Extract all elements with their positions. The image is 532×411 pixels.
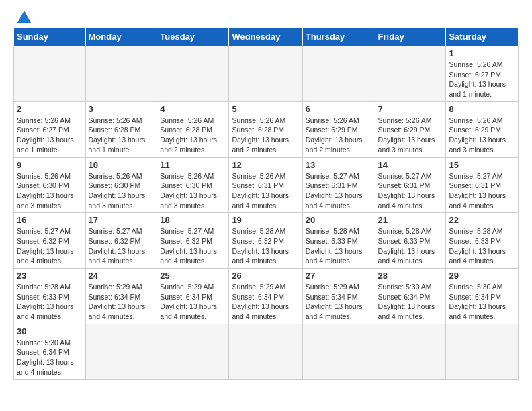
day-info: Sunrise: 5:27 AM Sunset: 6:32 PM Dayligh…	[89, 226, 154, 266]
day-info: Sunrise: 5:29 AM Sunset: 6:34 PM Dayligh…	[306, 282, 372, 322]
calendar-day-cell: 20Sunrise: 5:28 AM Sunset: 6:33 PM Dayli…	[302, 213, 375, 269]
calendar-day-cell: 3Sunrise: 5:26 AM Sunset: 6:28 PM Daylig…	[85, 101, 157, 157]
day-number: 1	[449, 48, 515, 58]
calendar-week-row: 16Sunrise: 5:27 AM Sunset: 6:32 PM Dayli…	[14, 213, 519, 269]
day-info: Sunrise: 5:26 AM Sunset: 6:28 PM Dayligh…	[232, 116, 299, 155]
calendar-day-cell	[229, 46, 302, 102]
calendar-day-cell: 1Sunrise: 5:26 AM Sunset: 6:27 PM Daylig…	[446, 46, 519, 102]
calendar-day-cell: 24Sunrise: 5:29 AM Sunset: 6:34 PM Dayli…	[85, 269, 157, 324]
logo-triangle-icon	[17, 11, 31, 23]
calendar-day-cell: 15Sunrise: 5:27 AM Sunset: 6:31 PM Dayli…	[446, 157, 519, 213]
calendar-day-cell: 27Sunrise: 5:29 AM Sunset: 6:34 PM Dayli…	[302, 269, 375, 324]
day-info: Sunrise: 5:27 AM Sunset: 6:32 PM Dayligh…	[160, 226, 226, 266]
calendar-day-cell	[85, 46, 157, 102]
calendar-day-cell: 2Sunrise: 5:26 AM Sunset: 6:27 PM Daylig…	[14, 101, 86, 157]
calendar-day-cell: 8Sunrise: 5:26 AM Sunset: 6:29 PM Daylig…	[446, 101, 519, 157]
calendar-day-cell: 16Sunrise: 5:27 AM Sunset: 6:32 PM Dayli…	[14, 213, 86, 269]
calendar-day-cell	[229, 324, 302, 379]
calendar-day-cell	[375, 46, 446, 102]
weekday-header-row: SundayMondayTuesdayWednesdayThursdayFrid…	[14, 28, 519, 46]
day-info: Sunrise: 5:27 AM Sunset: 6:31 PM Dayligh…	[449, 171, 515, 211]
day-info: Sunrise: 5:29 AM Sunset: 6:34 PM Dayligh…	[232, 282, 299, 322]
calendar-day-cell: 5Sunrise: 5:26 AM Sunset: 6:28 PM Daylig…	[229, 101, 302, 157]
day-info: Sunrise: 5:26 AM Sunset: 6:29 PM Dayligh…	[378, 116, 443, 155]
calendar-day-cell	[157, 46, 229, 102]
calendar-day-cell: 6Sunrise: 5:26 AM Sunset: 6:29 PM Daylig…	[302, 101, 375, 157]
day-number: 26	[232, 271, 299, 281]
calendar-day-cell: 11Sunrise: 5:26 AM Sunset: 6:30 PM Dayli…	[157, 157, 229, 213]
calendar-day-cell: 22Sunrise: 5:28 AM Sunset: 6:33 PM Dayli…	[446, 213, 519, 269]
day-info: Sunrise: 5:28 AM Sunset: 6:33 PM Dayligh…	[378, 226, 443, 266]
day-number: 27	[306, 271, 372, 281]
day-info: Sunrise: 5:29 AM Sunset: 6:34 PM Dayligh…	[160, 282, 226, 322]
day-number: 15	[449, 160, 515, 170]
logo	[13, 11, 31, 23]
calendar-day-cell	[157, 324, 229, 379]
day-info: Sunrise: 5:27 AM Sunset: 6:31 PM Dayligh…	[306, 171, 372, 211]
day-number: 3	[89, 104, 154, 114]
day-number: 5	[232, 104, 299, 114]
day-number: 24	[89, 271, 154, 281]
calendar-day-cell: 21Sunrise: 5:28 AM Sunset: 6:33 PM Dayli…	[375, 213, 446, 269]
calendar-day-cell	[14, 46, 86, 102]
day-info: Sunrise: 5:27 AM Sunset: 6:31 PM Dayligh…	[378, 171, 443, 211]
calendar-day-cell: 12Sunrise: 5:26 AM Sunset: 6:31 PM Dayli…	[229, 157, 302, 213]
day-number: 8	[449, 104, 515, 114]
calendar-day-cell	[302, 46, 375, 102]
day-number: 6	[306, 104, 372, 114]
calendar: SundayMondayTuesdayWednesdayThursdayFrid…	[13, 27, 519, 380]
day-number: 29	[449, 271, 515, 281]
day-number: 21	[378, 215, 443, 225]
day-info: Sunrise: 5:26 AM Sunset: 6:30 PM Dayligh…	[89, 171, 154, 211]
weekday-header-cell: Sunday	[14, 28, 86, 46]
calendar-day-cell: 7Sunrise: 5:26 AM Sunset: 6:29 PM Daylig…	[375, 101, 446, 157]
day-number: 22	[449, 215, 515, 225]
day-info: Sunrise: 5:26 AM Sunset: 6:28 PM Dayligh…	[89, 116, 154, 155]
day-number: 4	[160, 104, 226, 114]
day-info: Sunrise: 5:26 AM Sunset: 6:31 PM Dayligh…	[232, 171, 299, 211]
calendar-day-cell: 18Sunrise: 5:27 AM Sunset: 6:32 PM Dayli…	[157, 213, 229, 269]
weekday-header-cell: Friday	[375, 28, 446, 46]
weekday-header-cell: Monday	[85, 28, 157, 46]
day-info: Sunrise: 5:26 AM Sunset: 6:30 PM Dayligh…	[17, 171, 83, 211]
day-number: 17	[89, 215, 154, 225]
calendar-week-row: 23Sunrise: 5:28 AM Sunset: 6:33 PM Dayli…	[14, 269, 519, 324]
day-number: 2	[17, 104, 83, 114]
calendar-week-row: 9Sunrise: 5:26 AM Sunset: 6:30 PM Daylig…	[14, 157, 519, 213]
day-number: 12	[232, 160, 299, 170]
day-number: 19	[232, 215, 299, 225]
day-number: 11	[160, 160, 226, 170]
day-info: Sunrise: 5:26 AM Sunset: 6:29 PM Dayligh…	[449, 116, 515, 155]
calendar-day-cell: 13Sunrise: 5:27 AM Sunset: 6:31 PM Dayli…	[302, 157, 375, 213]
calendar-day-cell: 19Sunrise: 5:28 AM Sunset: 6:32 PM Dayli…	[229, 213, 302, 269]
day-info: Sunrise: 5:30 AM Sunset: 6:34 PM Dayligh…	[449, 282, 515, 322]
calendar-day-cell: 26Sunrise: 5:29 AM Sunset: 6:34 PM Dayli…	[229, 269, 302, 324]
day-info: Sunrise: 5:30 AM Sunset: 6:34 PM Dayligh…	[17, 338, 83, 377]
day-number: 28	[378, 271, 443, 281]
day-info: Sunrise: 5:28 AM Sunset: 6:33 PM Dayligh…	[306, 226, 372, 266]
day-info: Sunrise: 5:28 AM Sunset: 6:33 PM Dayligh…	[449, 226, 515, 266]
day-info: Sunrise: 5:26 AM Sunset: 6:30 PM Dayligh…	[160, 171, 226, 211]
day-info: Sunrise: 5:28 AM Sunset: 6:33 PM Dayligh…	[17, 282, 83, 322]
weekday-header-cell: Thursday	[302, 28, 375, 46]
day-number: 9	[17, 160, 83, 170]
day-number: 30	[17, 326, 83, 336]
day-info: Sunrise: 5:26 AM Sunset: 6:27 PM Dayligh…	[449, 60, 515, 99]
day-info: Sunrise: 5:26 AM Sunset: 6:27 PM Dayligh…	[17, 116, 83, 155]
calendar-day-cell: 25Sunrise: 5:29 AM Sunset: 6:34 PM Dayli…	[157, 269, 229, 324]
weekday-header-cell: Saturday	[446, 28, 519, 46]
calendar-day-cell: 28Sunrise: 5:30 AM Sunset: 6:34 PM Dayli…	[375, 269, 446, 324]
calendar-body: 1Sunrise: 5:26 AM Sunset: 6:27 PM Daylig…	[14, 46, 519, 380]
day-number: 18	[160, 215, 226, 225]
calendar-day-cell: 9Sunrise: 5:26 AM Sunset: 6:30 PM Daylig…	[14, 157, 86, 213]
calendar-day-cell	[375, 324, 446, 379]
calendar-day-cell	[85, 324, 157, 379]
calendar-week-row: 30Sunrise: 5:30 AM Sunset: 6:34 PM Dayli…	[14, 324, 519, 379]
day-info: Sunrise: 5:26 AM Sunset: 6:29 PM Dayligh…	[306, 116, 372, 155]
weekday-header-cell: Wednesday	[229, 28, 302, 46]
day-info: Sunrise: 5:29 AM Sunset: 6:34 PM Dayligh…	[89, 282, 154, 322]
day-number: 14	[378, 160, 443, 170]
day-number: 20	[306, 215, 372, 225]
calendar-day-cell: 23Sunrise: 5:28 AM Sunset: 6:33 PM Dayli…	[14, 269, 86, 324]
calendar-week-row: 1Sunrise: 5:26 AM Sunset: 6:27 PM Daylig…	[14, 46, 519, 102]
